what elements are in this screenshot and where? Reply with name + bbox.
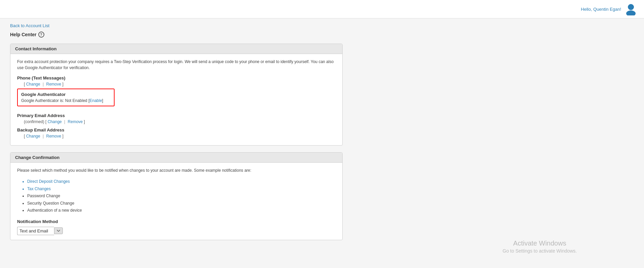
google-authenticator-box: Google Authenticator Google Authenticato…	[17, 89, 115, 106]
backup-email-action-links: [ Change | Remove ]	[17, 134, 336, 139]
notification-method-label: Notification Method	[17, 219, 336, 224]
list-item-tax-changes: Tax Changes	[27, 185, 336, 193]
phone-action-links: [ Change | Remove ]	[17, 82, 336, 87]
change-confirmation-description: Please select which method you would lik…	[17, 167, 336, 173]
change-confirmation-card: Change Confirmation Please select which …	[10, 152, 343, 240]
phone-separator: |	[43, 82, 44, 87]
phone-title: Phone (Text Messages)	[17, 75, 336, 81]
primary-email-remove-link[interactable]: Remove	[68, 119, 83, 124]
contact-information-header: Contact Information	[10, 44, 342, 54]
backup-email-title: Backup Email Address	[17, 127, 336, 132]
svg-point-0	[628, 4, 634, 10]
notification-items-list: Direct Deposit Changes Tax Changes Passw…	[17, 178, 336, 214]
phone-change-link[interactable]: Change	[26, 82, 40, 87]
dropdown-arrow-button[interactable]	[54, 227, 63, 234]
backup-email-separator: |	[43, 134, 44, 139]
help-icon[interactable]: ?	[38, 32, 44, 38]
primary-email-title: Primary Email Address	[17, 113, 336, 118]
main-content: Back to Account List Help Center ? Conta…	[0, 18, 644, 252]
direct-deposit-link[interactable]: Direct Deposit Changes	[27, 179, 70, 184]
list-item-new-device: Authentication of a new device	[27, 207, 336, 214]
contact-information-card: Contact Information For extra account pr…	[10, 44, 343, 146]
tax-changes-link[interactable]: Tax Changes	[27, 186, 51, 191]
contact-info-description: For extra account protection your compan…	[17, 59, 336, 71]
list-item-security-question: Security Question Change	[27, 200, 336, 207]
primary-email-separator: |	[64, 119, 65, 124]
primary-email-action-links: (confirmed) [ Change | Remove ]	[17, 119, 336, 124]
top-bar: Hello, Quentin Egan!	[0, 0, 644, 18]
greeting-text: Hello, Quentin Egan!	[581, 7, 621, 12]
primary-email-confirmed: (confirmed)	[24, 119, 44, 124]
phone-remove-link[interactable]: Remove	[46, 82, 61, 87]
primary-email-change-link[interactable]: Change	[48, 119, 62, 124]
backup-email-remove-link[interactable]: Remove	[46, 134, 61, 139]
help-center-header: Help Center ?	[10, 32, 634, 38]
help-center-label: Help Center	[10, 32, 37, 37]
google-auth-title: Google Authenticator	[21, 92, 111, 97]
contact-information-body: For extra account protection your compan…	[10, 54, 342, 145]
notification-method-select[interactable]: Text and Email Text Only Email Only None	[17, 227, 54, 235]
svg-point-1	[626, 10, 636, 15]
back-to-account-list-link[interactable]: Back to Account List	[10, 23, 49, 28]
google-auth-enable-link[interactable]: Enable	[89, 98, 102, 103]
change-confirmation-body: Please select which method you would lik…	[10, 163, 342, 240]
chevron-down-icon	[57, 229, 60, 232]
list-item-direct-deposit: Direct Deposit Changes	[27, 178, 336, 185]
google-auth-status: Google Authenticator is: Not Enabled [En…	[21, 98, 111, 103]
backup-email-change-link[interactable]: Change	[26, 134, 40, 139]
change-confirmation-header: Change Confirmation	[10, 153, 342, 163]
user-avatar-icon	[625, 3, 637, 15]
notification-method-dropdown-container: Text and Email Text Only Email Only None	[17, 227, 336, 235]
list-item-password-change: Password Change	[27, 193, 336, 200]
